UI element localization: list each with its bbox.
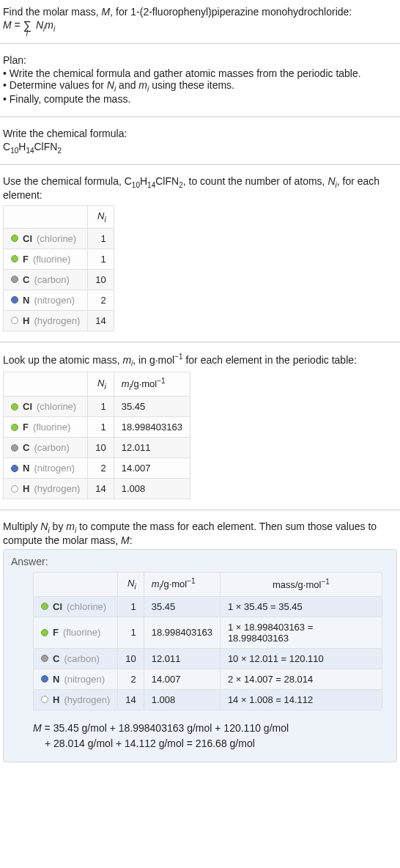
table-header-row: Ni mi/g·mol−1 mass/g·mol−1 bbox=[34, 572, 382, 596]
eq-lhs: M bbox=[3, 19, 12, 31]
table-header-row: Ni mi/g·mol−1 bbox=[4, 372, 190, 397]
eq-eq: = bbox=[12, 19, 23, 31]
cell-mi: 12.011 bbox=[144, 648, 220, 669]
count-atoms-text: Use the chemical formula, C10H14ClFN2, t… bbox=[3, 175, 397, 201]
element-name: (carbon) bbox=[64, 653, 99, 664]
answer-table: Ni mi/g·mol−1 mass/g·mol−1 Cl (chlorine)… bbox=[33, 572, 382, 710]
element-dot-icon bbox=[41, 629, 48, 636]
cell-mass: 1 × 18.998403163 = 18.998403163 bbox=[220, 617, 382, 648]
cf-F: F bbox=[44, 141, 51, 152]
table-row: N (nitrogen)214.007 bbox=[4, 458, 190, 479]
chemical-formula: C10H14ClFN2 bbox=[3, 141, 397, 155]
element-dot-icon bbox=[11, 485, 18, 493]
cf-N: N bbox=[50, 141, 57, 152]
element-symbol: C bbox=[23, 274, 29, 285]
cell-Ni: 2 bbox=[88, 290, 114, 310]
cell-Ni: 2 bbox=[118, 669, 144, 689]
cell-Ni: 14 bbox=[118, 689, 144, 710]
element-name: (fluorine) bbox=[33, 254, 70, 265]
element-dot-icon bbox=[11, 276, 18, 283]
final-result: M = 35.45 g/mol + 18.998403163 g/mol + 1… bbox=[33, 721, 389, 751]
ca-Ni-N: N bbox=[327, 175, 335, 187]
ca-N: N bbox=[171, 175, 179, 187]
element-name: (nitrogen) bbox=[34, 463, 75, 474]
element-symbol: Cl bbox=[23, 401, 32, 412]
element-cell: C (carbon) bbox=[34, 648, 118, 669]
cell-Ni: 10 bbox=[88, 438, 114, 458]
plan-bullet-3: Finally, compute the mass. bbox=[3, 93, 397, 105]
cf-C: C bbox=[3, 141, 10, 152]
element-dot-icon bbox=[11, 235, 18, 242]
element-name: (fluorine) bbox=[63, 627, 100, 638]
cell-Ni: 2 bbox=[88, 458, 114, 479]
element-symbol: C bbox=[53, 653, 59, 664]
answer-box: Answer: Ni mi/g·mol−1 mass/g·mol−1 Cl (c… bbox=[3, 549, 397, 762]
cell-Ni: 1 bbox=[118, 617, 144, 648]
element-cell: Cl (chlorine) bbox=[4, 228, 88, 249]
lk-mi-m: m bbox=[122, 353, 131, 365]
plan-b2-Ni-N: N bbox=[107, 79, 114, 91]
table-row: Cl (chlorine)1 bbox=[4, 228, 114, 249]
element-cell: H (hydrogen) bbox=[4, 479, 88, 499]
intro-mid: , for 1-(2-fluorophenyl)piperazine monoh… bbox=[110, 6, 352, 18]
header-Ni: Ni bbox=[88, 206, 114, 229]
cell-mi: 35.45 bbox=[144, 596, 220, 617]
element-name: (hydrogen) bbox=[34, 483, 80, 494]
cell-Ni: 14 bbox=[88, 310, 114, 331]
sigma-sub: i bbox=[26, 29, 28, 37]
mul-post: : bbox=[130, 534, 133, 546]
element-cell: H (hydrogen) bbox=[4, 310, 88, 331]
element-dot-icon bbox=[41, 655, 48, 662]
element-symbol: N bbox=[23, 463, 29, 474]
element-symbol: F bbox=[23, 254, 29, 265]
cf-H: H bbox=[18, 141, 26, 152]
lk-post: for each element in the periodic table: bbox=[183, 353, 357, 365]
element-cell: F (fluorine) bbox=[34, 617, 118, 648]
cell-mi: 1.008 bbox=[114, 479, 190, 499]
cell-mass: 2 × 14.007 = 28.014 bbox=[220, 669, 382, 689]
cell-mi: 14.007 bbox=[114, 458, 190, 479]
multiply-text: Multiply Ni by mi to compute the mass fo… bbox=[3, 521, 397, 546]
cell-mi: 14.007 bbox=[144, 669, 220, 689]
element-symbol: Cl bbox=[53, 601, 62, 612]
table-row: Cl (chlorine)135.45 bbox=[4, 397, 190, 417]
intro-pre: Find the molar mass, bbox=[3, 6, 102, 18]
intro-line: Find the molar mass, M, for 1-(2-fluorop… bbox=[3, 6, 397, 18]
plan-bullet-2: Determine values for Ni and mi using the… bbox=[3, 79, 397, 93]
element-symbol: N bbox=[53, 674, 59, 685]
mul-Ni-N: N bbox=[40, 521, 48, 532]
header-Ni: Ni bbox=[118, 572, 144, 596]
cell-mass: 10 × 12.011 = 120.110 bbox=[220, 648, 382, 669]
cell-mi: 1.008 bbox=[144, 689, 220, 710]
element-dot-icon bbox=[11, 424, 18, 431]
eq-Ni-N: N bbox=[36, 19, 43, 31]
element-symbol: H bbox=[53, 694, 59, 705]
count-atoms-block: Use the chemical formula, C10H14ClFN2, t… bbox=[0, 169, 400, 336]
multiply-block: Multiply Ni by mi to compute the mass fo… bbox=[0, 515, 400, 768]
plan-bullet-1: Write the chemical formula and gather at… bbox=[3, 67, 397, 79]
table-header-row: Ni bbox=[4, 206, 114, 229]
table-row: N (nitrogen)2 bbox=[4, 290, 114, 310]
final-M-sym: M bbox=[33, 722, 42, 734]
table-row: C (carbon)10 bbox=[4, 269, 114, 290]
element-cell: F (fluorine) bbox=[4, 417, 88, 438]
atomic-mass-table: Ni mi/g·mol−1 Cl (chlorine)135.45F (fluo… bbox=[3, 372, 190, 499]
table-row: C (carbon)1012.01110 × 12.011 = 120.110 bbox=[34, 648, 382, 669]
cell-mi: 12.011 bbox=[114, 438, 190, 458]
element-cell: N (nitrogen) bbox=[34, 669, 118, 689]
atom-count-table: Ni Cl (chlorine)1F (fluorine)1C (carbon)… bbox=[3, 205, 114, 331]
cell-Ni: 1 bbox=[118, 596, 144, 617]
element-dot-icon bbox=[11, 296, 18, 304]
element-symbol: N bbox=[23, 295, 29, 306]
plan-b2-mid: and bbox=[116, 79, 138, 91]
mul-M: M bbox=[121, 534, 130, 546]
element-symbol: Cl bbox=[23, 233, 32, 244]
cell-Ni: 14 bbox=[88, 479, 114, 499]
mul-pre: Multiply bbox=[3, 521, 40, 532]
element-symbol: H bbox=[23, 315, 29, 326]
cell-mi: 18.998403163 bbox=[144, 617, 220, 648]
plan-heading: Plan: bbox=[3, 54, 397, 66]
plan-b2-pre: Determine values for bbox=[10, 79, 107, 91]
element-name: (fluorine) bbox=[33, 422, 70, 433]
ca-H: H bbox=[140, 175, 147, 187]
